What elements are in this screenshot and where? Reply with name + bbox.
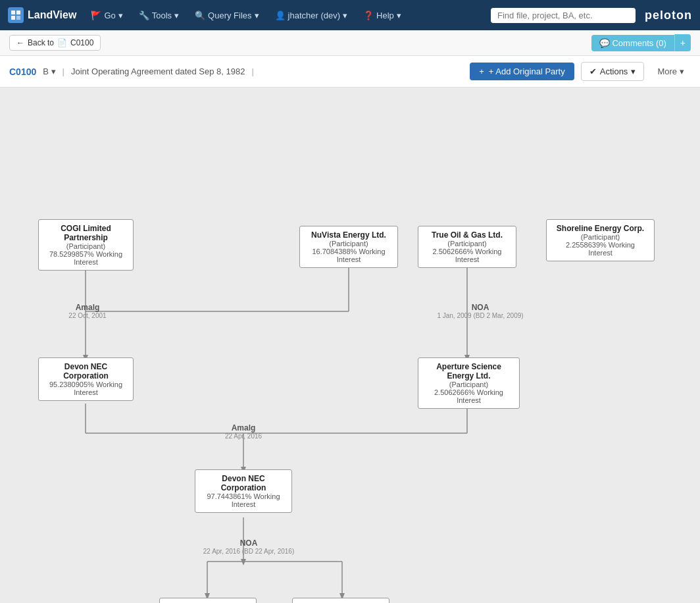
edge-label-noa1: NOA 1 Jan, 2009 (BD 2 Mar, 2009)	[421, 303, 539, 319]
flag-icon: 🚩	[91, 11, 101, 20]
breadcrumb-bar: C0100 B ▾ | Joint Operating Agreement da…	[0, 56, 700, 88]
edge-label-noa2: NOA 22 Apr, 2016 (BD 22 Apr, 2016)	[196, 538, 301, 555]
nav-help[interactable]: ❓ Help ▾	[357, 8, 408, 23]
node-devon3[interactable]: Devon NEC Corporation 39.0977444% Workin…	[292, 598, 389, 603]
svg-marker-17	[241, 559, 246, 565]
svg-rect-3	[16, 16, 20, 20]
chevron-icon: ▾	[118, 11, 123, 20]
comments-button[interactable]: 💬 Comments (0)	[591, 35, 674, 51]
breadcrumb-sep2: |	[251, 66, 253, 76]
plus-icon: +	[479, 66, 484, 76]
add-original-party-button[interactable]: + + Add Original Party	[470, 63, 574, 80]
search-input[interactable]	[491, 8, 636, 23]
node-cogi[interactable]: COGI Limited Partnership (Participant) 7…	[38, 219, 134, 271]
brand-text: LandView	[28, 9, 76, 21]
file-icon: 📄	[57, 38, 67, 47]
brand-logo[interactable]: LandView	[8, 7, 76, 23]
chevron-icon: ▾	[680, 66, 684, 76]
svg-rect-0	[11, 11, 15, 14]
breadcrumb-title: Joint Operating Agreement dated Sep 8, 1…	[71, 66, 245, 76]
diagram-area: COGI Limited Partnership (Participant) 7…	[0, 88, 700, 603]
node-shell[interactable]: Shell Canada Limited 58.6466166% Working…	[159, 598, 257, 603]
comment-icon: 💬	[599, 38, 610, 48]
svg-rect-2	[11, 16, 15, 20]
breadcrumb-id[interactable]: C0100	[9, 66, 36, 77]
help-icon: ❓	[363, 11, 374, 20]
toolbar: ← Back to 📄 C0100 💬 Comments (0) +	[0, 30, 700, 56]
wrench-icon: 🔧	[139, 11, 149, 20]
logo-icon	[8, 7, 24, 23]
breadcrumb-sep1: |	[63, 66, 64, 76]
node-aperture[interactable]: Aperture Science Energy Ltd. (Participan…	[418, 357, 520, 409]
diagram-canvas: COGI Limited Partnership (Participant) 7…	[13, 101, 684, 603]
user-icon: 👤	[275, 11, 286, 20]
chevron-icon: ▾	[51, 66, 56, 76]
breadcrumb-type[interactable]: B ▾	[43, 66, 55, 76]
navbar: LandView 🚩 Go ▾ 🔧 Tools ▾ 🔍 Query Files …	[0, 0, 700, 30]
check-icon: ✔	[589, 66, 597, 76]
edge-label-amalg2: Amalg 22 Apr, 2016	[214, 423, 273, 440]
chevron-icon: ▾	[397, 11, 401, 20]
nav-query-files[interactable]: 🔍 Query Files ▾	[188, 8, 265, 23]
nav-go[interactable]: 🚩 Go ▾	[84, 8, 129, 23]
more-button[interactable]: More ▾	[651, 63, 691, 80]
back-button[interactable]: ← Back to 📄 C0100	[9, 35, 101, 51]
node-nuvista[interactable]: NuVista Energy Ltd. (Participant) 16.708…	[299, 226, 398, 268]
chevron-icon: ▾	[174, 11, 179, 20]
chevron-icon: ▾	[343, 11, 347, 20]
node-devon1[interactable]: Devon NEC Corporation 95.2380905% Workin…	[38, 357, 134, 401]
add-button[interactable]: +	[674, 34, 691, 51]
edge-label-amalg1: Amalg 22 Oct, 2001	[58, 303, 117, 319]
nav-tools[interactable]: 🔧 Tools ▾	[132, 8, 186, 23]
chevron-icon: ▾	[631, 66, 636, 76]
chevron-icon: ▾	[255, 11, 259, 20]
arrow-left-icon: ←	[16, 38, 24, 47]
actions-button[interactable]: ✔ Actions ▾	[581, 62, 645, 81]
node-shoreline[interactable]: Shoreline Energy Corp. (Participant) 2.2…	[546, 219, 655, 261]
search-icon: 🔍	[195, 11, 205, 20]
svg-rect-1	[16, 11, 20, 14]
node-trueoil[interactable]: True Oil & Gas Ltd. (Participant) 2.5062…	[418, 226, 516, 268]
node-devon2[interactable]: Devon NEC Corporation 97.7443861% Workin…	[195, 469, 292, 513]
peloton-logo: peloton	[645, 9, 692, 22]
nav-user[interactable]: 👤 jhatcher (dev) ▾	[268, 8, 354, 23]
connector-svg	[13, 101, 684, 603]
